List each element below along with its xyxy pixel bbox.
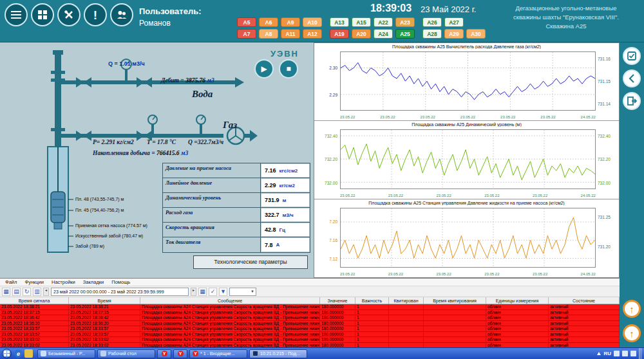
y-tick: 2.30 — [316, 65, 339, 69]
taskbar-item-10.21.0.215 - Под...[interactable]: 10.21.0.215 - Под... — [249, 349, 307, 358]
date-range-field[interactable]: 23 май 2022 00:00:00.000 - 23 май 2022 2… — [51, 288, 189, 296]
menu-item-Помощь[interactable]: Помощь — [108, 279, 133, 285]
alarm-log-window: ФайлФункцииНастройкиЗакладкиПомощь ▦▤↻▥ … — [0, 278, 620, 347]
users-button[interactable] — [110, 3, 133, 26]
log-row[interactable]: 23.05.2022 18:33:5723.05.2022 18:33:57Пл… — [0, 326, 620, 332]
well-button-A30[interactable]: A30 — [466, 29, 486, 39]
arrow-up-icon: ↑ — [629, 328, 634, 339]
log-column-header: Сообщение — [140, 297, 320, 304]
well-button-A8[interactable]: A8 — [259, 29, 278, 39]
ie-quicklaunch-button[interactable]: e — [14, 349, 23, 358]
log-row[interactable]: 23.05.2022 18:36:2023.05.2022 18:36:20Пл… — [0, 321, 620, 327]
print-icon[interactable]: ▤ — [12, 288, 21, 296]
well-button-A24[interactable]: A24 — [374, 29, 393, 39]
taskbar-item-yandex[interactable]: Y — [157, 349, 171, 358]
log-row[interactable]: 23.05.2022 18:36:4223.05.2022 18:36:42Пл… — [0, 315, 620, 321]
mnemonic-grid-button[interactable] — [31, 3, 54, 26]
well-button-A7[interactable]: A7 — [237, 29, 256, 39]
param-value-cell: 7.8А — [261, 238, 309, 252]
well-button-A15[interactable]: A15 — [352, 17, 371, 27]
date-prev-button[interactable]: ◂ — [43, 288, 49, 296]
hidden-icons-arrow[interactable] — [597, 352, 601, 355]
date-next-button[interactable]: ▸ — [191, 288, 196, 296]
well-button-A29[interactable]: A29 — [444, 29, 464, 39]
pump-stop-button[interactable]: ■ — [279, 59, 298, 78]
debit-label: Дебит = — [161, 77, 184, 84]
taskbar-item-Безымянный - Р...[interactable]: Безымянный - Р... — [37, 349, 95, 358]
taskbar-item-label: 10.21.0.215 - Под... — [260, 351, 300, 356]
well-button-A20[interactable]: A20 — [352, 29, 371, 39]
log-column-header: Квитирован — [389, 297, 424, 304]
well-button-A5[interactable]: A5 — [237, 17, 256, 27]
well-button-A28[interactable]: A28 — [422, 29, 442, 39]
well-button-A27[interactable]: A27 — [444, 17, 464, 27]
well-button-A11[interactable]: A11 — [281, 29, 300, 39]
tech-parameters-button[interactable]: Технологические параметры — [193, 255, 308, 269]
y-axis-left: 7.207.167.12 — [316, 208, 339, 268]
save-icon[interactable]: ▦ — [2, 288, 10, 296]
alarms-button[interactable]: ! — [84, 3, 107, 26]
well-button-A12[interactable]: A12 — [303, 29, 322, 39]
explorer-quicklaunch-button[interactable] — [24, 349, 33, 358]
well-button-A13[interactable]: A13 — [330, 17, 349, 27]
menu-item-Настройки[interactable]: Настройки — [48, 279, 79, 285]
tools-button[interactable] — [57, 3, 80, 26]
well-button-A22[interactable]: A22 — [374, 17, 393, 27]
log-row[interactable]: 23.05.2022 18:37:1523.05.2022 18:37:15Пл… — [0, 310, 620, 316]
log-cell-signal-time: 23.05.2022 18:33:57 — [0, 332, 69, 337]
well-button-A26[interactable]: A26 — [422, 17, 442, 27]
log-cell-value: 180.000000 — [320, 304, 355, 309]
well-button-A19[interactable]: A19 — [330, 29, 349, 39]
y-tick: 732.00 — [316, 181, 339, 185]
windows-logo-icon — [4, 351, 10, 356]
export-icon[interactable]: ▥ — [33, 288, 41, 296]
taskbar-item-label: * 1 - Входящие... — [200, 351, 235, 356]
exit-button[interactable] — [623, 92, 641, 110]
taskbar-item-* 1 - Входящие...[interactable]: Y* 1 - Входящие... — [189, 349, 247, 358]
well-button-A25[interactable]: A25 — [395, 29, 415, 39]
menu-item-Функции[interactable]: Функции — [21, 279, 47, 285]
log-cell-state: активный — [549, 321, 620, 326]
well-button-A23[interactable]: A23 — [395, 17, 415, 27]
header-bar: ! Пользователь: Романов A5A6A9A10A13A15A… — [0, 0, 644, 42]
play-icon: ▶ — [261, 64, 267, 73]
filter-dropdown[interactable]: ▼ — [229, 288, 256, 296]
scroll-up-button-2[interactable]: ↑ — [623, 324, 641, 342]
report-button[interactable] — [623, 47, 641, 65]
param-value-cell: 322.7м3/ч — [261, 208, 309, 221]
x-tick: 23.05.22 — [388, 272, 403, 276]
taskbar-item-yandex[interactable]: Y — [173, 349, 187, 358]
taskbar-item-Рабочий стол[interactable]: Рабочий стол — [97, 349, 155, 358]
log-row[interactable]: 23.05.2022 18:38:2123.05.2022 18:38:21Пл… — [0, 304, 620, 310]
start-button[interactable] — [2, 349, 12, 358]
refresh-icon[interactable]: ↻ — [23, 288, 31, 296]
log-cell-unit: об/мин — [486, 326, 549, 331]
gas-flow-value: Q =322.7м3/ч — [188, 139, 223, 145]
param-value-number: 322.7 — [265, 212, 279, 218]
action-center-tray-icon[interactable] — [630, 351, 636, 356]
apply-icon[interactable]: ✓ — [209, 288, 217, 296]
network-tray-icon[interactable] — [614, 351, 620, 356]
log-row[interactable]: 23.05.2022 18:33:5723.05.2022 18:33:57Пл… — [0, 332, 620, 338]
x-tick: 23.05.22 — [421, 115, 435, 119]
back-button[interactable] — [623, 69, 641, 87]
menu-item-Закладки[interactable]: Закладки — [80, 279, 107, 285]
language-indicator[interactable]: RU — [603, 351, 611, 356]
show-desktop-button[interactable] — [639, 348, 642, 359]
calendar-icon[interactable]: ▦ — [198, 288, 207, 296]
user-name: Романов — [139, 19, 202, 28]
well-button-A10[interactable]: A10 — [303, 17, 322, 27]
well-button-A9[interactable]: A9 — [281, 17, 300, 27]
filter-icon[interactable]: ▼ — [219, 288, 227, 296]
scroll-up-button[interactable]: ↑ — [623, 300, 641, 318]
volume-tray-icon[interactable] — [622, 351, 628, 356]
menu-button[interactable] — [5, 3, 28, 26]
log-row[interactable]: 23.05.2022 18:33:0223.05.2022 18:33:02Пл… — [0, 337, 620, 343]
pump-start-button[interactable]: ▶ — [254, 59, 274, 78]
menu-item-Файл[interactable]: Файл — [2, 279, 20, 285]
clock-time: 18:39:03 — [370, 3, 412, 14]
param-label: Линейное давление — [163, 178, 261, 192]
grid-icon — [37, 10, 48, 20]
well-button-A6[interactable]: A6 — [259, 17, 278, 27]
param-row: Скорость вращения42.8Гц — [163, 223, 310, 237]
